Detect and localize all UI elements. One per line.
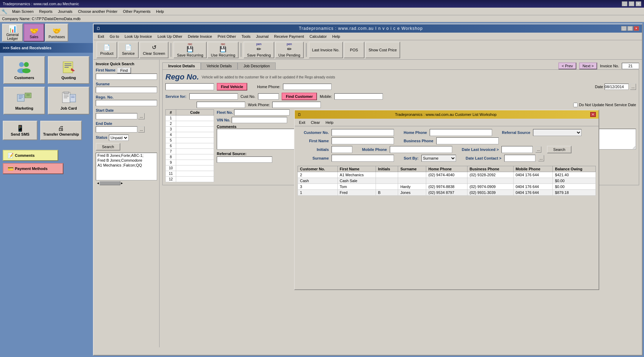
code-cell[interactable] bbox=[176, 121, 214, 127]
find-button[interactable]: Find bbox=[117, 67, 131, 74]
inv-menu-calculator[interactable]: Calculator bbox=[307, 34, 330, 39]
use-recurring-button[interactable]: rec 💾 Use Recurring bbox=[207, 42, 239, 58]
inv-menu-lookup-other[interactable]: Look Up Other bbox=[155, 34, 185, 39]
cl-menu-exit[interactable]: Exit bbox=[296, 120, 308, 125]
code-table-row[interactable]: 5 bbox=[166, 138, 214, 143]
search-results-list[interactable]: Fred B Jones;Forte;ABC-1; Fred B Jones;C… bbox=[96, 153, 157, 180]
code-cell[interactable] bbox=[176, 149, 214, 154]
code-table-row[interactable]: 10 bbox=[166, 165, 214, 171]
menu-reports[interactable]: Reports bbox=[36, 9, 55, 14]
cl-date-contact-picker[interactable]: ... bbox=[538, 155, 544, 161]
scroll-right-btn[interactable]: ► bbox=[120, 181, 123, 185]
code-table-row[interactable]: 11 bbox=[166, 171, 214, 177]
inv-menu-goto[interactable]: Go to bbox=[107, 34, 122, 39]
home-phone-input[interactable] bbox=[283, 84, 332, 90]
cl-menu-clear[interactable]: Clear bbox=[308, 120, 323, 125]
scroll-thumb[interactable] bbox=[100, 181, 120, 185]
vin-no-input[interactable] bbox=[232, 117, 287, 123]
customer-table-row[interactable]: 3 Tom Hardy (02) 9974-8838 (02) 9974-090… bbox=[298, 184, 596, 190]
last-invoice-button[interactable]: Last Invoice No. bbox=[309, 42, 343, 58]
menu-journals[interactable]: Journals bbox=[55, 9, 75, 14]
quick-search-button[interactable]: Search bbox=[96, 143, 120, 151]
do-not-update-checkbox[interactable] bbox=[573, 103, 578, 107]
sales-button[interactable]: 🤝 Sales bbox=[24, 24, 44, 42]
rego-input[interactable] bbox=[96, 100, 157, 106]
marketing-button[interactable]: Marketing bbox=[3, 87, 45, 114]
code-cell[interactable] bbox=[176, 171, 214, 177]
cl-home-phone-input[interactable] bbox=[430, 129, 492, 136]
inv-menu-print-other[interactable]: Print Other bbox=[215, 34, 239, 39]
status-select[interactable]: Unpaid Paid All bbox=[109, 135, 129, 141]
use-pending-button[interactable]: pen ✏ Use Pending bbox=[275, 42, 304, 58]
service-detail-input[interactable] bbox=[197, 102, 245, 108]
results-scrollbar[interactable]: ◄ ► bbox=[96, 180, 157, 186]
minimize-button[interactable]: _ bbox=[622, 1, 627, 6]
mobile-input[interactable] bbox=[334, 93, 383, 100]
start-date-picker[interactable]: ... bbox=[138, 113, 145, 119]
inv-menu-exit[interactable]: Exit bbox=[95, 34, 107, 39]
inv-menu-help[interactable]: Help bbox=[329, 34, 343, 39]
inv-menu-delete[interactable]: Delete Invoice bbox=[185, 34, 215, 39]
clear-screen-button[interactable]: ↺ Clear Screen bbox=[139, 42, 169, 58]
service-button[interactable]: 📄 Service bbox=[118, 42, 139, 58]
inv-menu-tools[interactable]: Tools bbox=[239, 34, 254, 39]
code-table-row[interactable]: 2 bbox=[166, 121, 214, 127]
code-table-row[interactable]: 9 bbox=[166, 160, 214, 165]
transfer-ownership-button[interactable]: 🖨 Transfer Ownership bbox=[40, 121, 82, 140]
code-cell[interactable] bbox=[176, 116, 214, 121]
menu-main-screen[interactable]: Main Screen bbox=[9, 9, 36, 14]
payment-methods-button[interactable]: 💳 Payment Methods bbox=[3, 163, 63, 174]
cl-date-last-contact-input[interactable] bbox=[504, 155, 535, 162]
customer-table-row[interactable]: 1 Fred B Jones (02) 9534 8797 (02) 9931-… bbox=[298, 190, 596, 196]
code-cell[interactable] bbox=[176, 127, 214, 132]
code-table-row[interactable]: 1 bbox=[166, 116, 214, 121]
cl-date-last-invoiced-input[interactable] bbox=[501, 146, 533, 153]
job-card-button[interactable]: Job Card bbox=[48, 87, 89, 114]
end-date-picker[interactable]: ... bbox=[138, 126, 145, 133]
invoice-no-input[interactable] bbox=[622, 63, 639, 69]
invoice-maximize[interactable]: □ bbox=[627, 26, 633, 31]
invoice-minimize[interactable]: _ bbox=[621, 26, 627, 31]
code-cell[interactable] bbox=[176, 177, 214, 182]
code-table-row[interactable]: 12 bbox=[166, 177, 214, 182]
menu-choose-printer[interactable]: Choose another Printer bbox=[75, 9, 120, 14]
code-table-row[interactable]: 8 bbox=[166, 154, 214, 160]
code-cell[interactable] bbox=[176, 138, 214, 143]
search-result-2[interactable]: A1 Mechanics ;Falcon;QQ bbox=[96, 163, 157, 168]
cl-date-invoiced-picker[interactable]: ... bbox=[535, 146, 541, 153]
next-button[interactable]: Next > bbox=[579, 62, 597, 69]
first-name-input[interactable] bbox=[96, 74, 157, 80]
referral-input[interactable] bbox=[217, 156, 272, 163]
rego-no-input[interactable] bbox=[165, 83, 214, 90]
customers-button[interactable]: → Customers bbox=[3, 56, 45, 84]
end-date-input[interactable] bbox=[96, 126, 137, 133]
customer-table-wrapper[interactable]: Customer No. First Name Initials Surname… bbox=[298, 166, 596, 282]
cl-search-button[interactable]: Search bbox=[547, 146, 572, 153]
code-cell[interactable] bbox=[176, 154, 214, 160]
tab-invoice-details[interactable]: Invoice Details bbox=[162, 62, 201, 69]
code-cell[interactable] bbox=[176, 165, 214, 171]
cl-referral-source-select[interactable] bbox=[533, 129, 582, 136]
menu-help[interactable]: Help bbox=[153, 9, 167, 14]
cl-business-phone-input[interactable] bbox=[436, 137, 499, 144]
start-date-input[interactable] bbox=[96, 113, 137, 119]
pos-button[interactable]: POS bbox=[344, 42, 364, 58]
find-customer-button[interactable]: Find Customer bbox=[282, 93, 317, 100]
code-table-row[interactable]: 4 bbox=[166, 132, 214, 138]
purchases-button[interactable]: 🤝 Purchases bbox=[45, 24, 68, 42]
code-cell[interactable] bbox=[176, 132, 214, 138]
prev-button[interactable]: < Prev bbox=[558, 62, 576, 69]
surname-input[interactable] bbox=[96, 87, 157, 93]
customer-table-row[interactable]: Cash Cash Sale $0.00 bbox=[298, 178, 596, 184]
cl-menu-help[interactable]: Help bbox=[323, 120, 336, 125]
inv-menu-receive-payment[interactable]: Receive Payment bbox=[271, 34, 307, 39]
code-table-row[interactable]: 7 bbox=[166, 149, 214, 154]
general-ledger-button[interactable]: 📊 GeneralLedger bbox=[2, 24, 23, 42]
product-button[interactable]: 📄 Product bbox=[96, 42, 117, 58]
maximize-button[interactable]: □ bbox=[629, 1, 634, 6]
inv-menu-journal[interactable]: Journal bbox=[253, 34, 271, 39]
code-cell[interactable] bbox=[176, 160, 214, 165]
cl-sort-by-select[interactable]: Surname Customer No. First Name bbox=[421, 155, 456, 162]
cl-initials-input[interactable] bbox=[332, 146, 352, 153]
fleet-no-input[interactable] bbox=[234, 109, 290, 116]
